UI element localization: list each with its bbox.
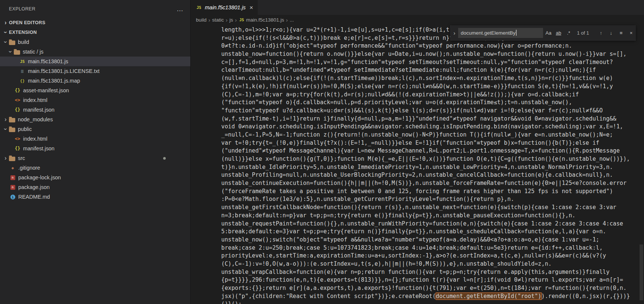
tree-folder-static-js[interactable]: ›static / js bbox=[0, 47, 190, 57]
tree-item-label: index.html bbox=[23, 97, 47, 103]
breadcrumb-item--[interactable]: ... bbox=[290, 17, 294, 23]
tree-folder-node-modules[interactable]: ›node_modules bbox=[0, 115, 190, 124]
section-label: EXTENSION bbox=[9, 30, 37, 35]
tree-item-label: public bbox=[18, 126, 32, 132]
tree-item-label: .gitignore bbox=[18, 165, 40, 171]
whole-word-button[interactable]: ab bbox=[554, 28, 563, 38]
breadcrumb-item-main-f5c13801-js[interactable]: JSmain.f5c13801.js bbox=[239, 17, 284, 23]
tree-item-label: main.f5c13801.js.LICENSE.txt bbox=[28, 68, 99, 74]
code-line: c=[],f=1,d=null,p=3,m=!1,h=!1,v=!1,g="fu… bbox=[221, 58, 639, 67]
code-line: unstable_continueExecution=function(){h|… bbox=[221, 179, 639, 188]
tree-file-main-f5c13801-js-map[interactable]: {}main.f5c13801.js.map bbox=[0, 76, 190, 86]
breadcrumb-separator-icon: › bbox=[226, 17, 228, 23]
breadcrumb-separator-icon: › bbox=[286, 17, 288, 23]
code-line: break;case 2:u=250;break;case 5:u=107374… bbox=[221, 244, 639, 252]
code-line: unstable_wrapCallback=function(e){var n=… bbox=[221, 268, 639, 276]
tree-item-label: manifest.json bbox=[23, 145, 54, 151]
tree-file-package-lock-json[interactable]: npackage-lock.json bbox=[0, 173, 190, 182]
close-find-button[interactable]: × bbox=[626, 28, 636, 38]
tree-file-main-f5c13801-js[interactable]: JSmain.f5c13801.js bbox=[0, 57, 190, 66]
folder-icon bbox=[9, 41, 15, 45]
explorer-title: EXPLORER bbox=[9, 6, 35, 12]
code-line: _=null,C=-1,P=5,N=-1;function z(){return… bbox=[221, 131, 639, 139]
scrollbar-thumb[interactable] bbox=[640, 244, 643, 300]
code-line: {p=t}}}},296:function(e,n,t){e.exports=t… bbox=[221, 276, 639, 284]
tree-file-manifest-json[interactable]: {}manifest.json bbox=[0, 144, 190, 153]
breadcrumb-label: js bbox=[229, 17, 233, 23]
breadcrumb-separator-icon: › bbox=[235, 17, 237, 23]
previous-match-button[interactable]: ↑ bbox=[596, 28, 606, 38]
code-line: (w,f.startTime-t),i=!1}return i}finally{… bbox=[221, 115, 639, 123]
code-line: (null≡n.callback)l(c);else{if(!(n.startT… bbox=[221, 74, 639, 83]
find-input[interactable]: document.getElementBy bbox=[458, 28, 543, 38]
info-file-icon: i bbox=[9, 193, 16, 201]
npm-file-icon: n bbox=[9, 174, 16, 181]
code-area[interactable]: length,o=l>>>1;r<o;){var u=2*(r+1)-1,i=e… bbox=[191, 25, 639, 304]
code-line: :P=0<e?Math.floor(1e3/e):5},n.unstable_g… bbox=[221, 195, 639, 204]
code-line: ("function"≡typeof o){d.callback=null,p=… bbox=[221, 99, 639, 107]
html-file-icon: <> bbox=[14, 135, 21, 143]
html-file-icon: <> bbox=[14, 96, 21, 104]
folder-icon bbox=[14, 50, 20, 55]
tree-file-readme-md[interactable]: iREADME.md bbox=[0, 192, 190, 202]
tree-item-label: main.f5c13801.js bbox=[28, 58, 68, 64]
close-icon[interactable]: × bbox=[250, 4, 253, 11]
code-line: t)}n.unstable_IdlePriority=5,n.unstable_… bbox=[221, 163, 639, 172]
tree-folder-src[interactable]: ›src bbox=[0, 153, 190, 163]
json-file-icon: {} bbox=[14, 106, 21, 113]
tree-item-label: package.json bbox=[18, 184, 50, 190]
tree-file-manifest-json[interactable]: {}manifest.json bbox=[0, 105, 190, 115]
code-line: ("forceFrameRate takes a positive int be… bbox=[221, 188, 639, 196]
code-line: 0≠t?t:e.id-n.id}if("object"≡typeof perfo… bbox=[221, 42, 639, 50]
code-line: (null)}}else x=function(){g(T,0)};functi… bbox=[221, 155, 639, 163]
code-line: 5:break;default:e=3}var t=p;p=e;try{retu… bbox=[221, 228, 639, 236]
explorer-sidebar: EXPLORER … › OPEN EDITORS › EXTENSION ›b… bbox=[0, 0, 190, 304]
find-query-text: document.getElementBy bbox=[461, 30, 515, 36]
tree-item-label: main.f5c13801.js.map bbox=[28, 78, 80, 84]
tree-file-asset-manifest-json[interactable]: {}asset-manifest.json bbox=[0, 86, 190, 95]
editor-scrollbar[interactable] bbox=[639, 25, 644, 304]
code-line: unstable_now();switch("object"≡typeof a&… bbox=[221, 236, 639, 244]
breadcrumb-item-static[interactable]: static bbox=[212, 17, 224, 23]
tree-item-label: package-lock.json bbox=[18, 175, 61, 180]
breadcrumb-item-js[interactable]: js bbox=[229, 17, 233, 23]
code-line: ("undefined"≠typeof MessageChannel){var … bbox=[221, 147, 639, 155]
code-line: unstable_getFirstCallbackNode=function()… bbox=[221, 204, 639, 212]
tree-file-main-f5c13801-js-license-txt[interactable]: ≡main.f5c13801.js.LICENSE.txt bbox=[0, 66, 190, 76]
tab-title: main.f5c13801.js bbox=[205, 4, 246, 10]
breadcrumb: build›static›js›JSmain.f5c13801.js›... bbox=[191, 15, 644, 25]
code-line: unstable_now=function(){return o.now()}}… bbox=[221, 50, 639, 58]
match-case-button[interactable]: Aa bbox=[544, 28, 553, 38]
code-line: void 0≠navigator.scheduling.isInputPendi… bbox=[221, 123, 639, 131]
tree-item-label: index.html bbox=[23, 136, 47, 142]
breadcrumb-label: build bbox=[196, 17, 207, 23]
chevron-down-icon: › bbox=[3, 126, 9, 132]
code-line: (C),C=-1):v=!0,O(w,a-o))):(e.sortIndex=u… bbox=[221, 260, 639, 268]
tree-folder-build[interactable]: ›build bbox=[0, 37, 190, 47]
vscode-window: EXPLORER … › OPEN EDITORS › EXTENSION ›b… bbox=[0, 0, 644, 304]
tree-folder-public[interactable]: ›public bbox=[0, 124, 190, 134]
toggle-replace-chevron-icon[interactable]: › bbox=[451, 30, 458, 36]
tree-file-index-html[interactable]: <>index.html bbox=[0, 95, 190, 105]
tab-main-f5c13801-js[interactable]: JS main.f5c13801.js × bbox=[191, 0, 258, 15]
code-line: clearTimeout:null,b="undefined"≠typeof s… bbox=[221, 66, 639, 74]
tree-item-label: manifest.json bbox=[23, 107, 54, 113]
chevron-down-icon: › bbox=[3, 29, 9, 36]
regex-button[interactable]: .* bbox=[564, 28, 573, 38]
section-label: OPEN EDITORS bbox=[9, 20, 45, 25]
section-open-editors[interactable]: › OPEN EDITORS bbox=[0, 18, 190, 28]
breadcrumb-item-build[interactable]: build bbox=[196, 17, 207, 23]
find-in-selection-button[interactable]: ≡ bbox=[616, 28, 626, 38]
tree-file-index-html[interactable]: <>index.html bbox=[0, 134, 190, 144]
js-file-icon: JS bbox=[239, 17, 245, 23]
breadcrumb-label: ... bbox=[290, 17, 294, 23]
chevron-down-icon: › bbox=[3, 39, 9, 45]
code-line: jsx)("p",{children:"React with Content s… bbox=[221, 292, 639, 301]
code-line: "function"≡typeof u?d.callback=u:d≡r(s)&… bbox=[221, 107, 639, 115]
next-match-button[interactable]: ↓ bbox=[606, 28, 616, 38]
tree-item-label: src bbox=[18, 155, 25, 161]
chevron-right-icon: › bbox=[2, 116, 9, 122]
tree-file-package-json[interactable]: npackage.json bbox=[0, 182, 190, 192]
section-extension[interactable]: › EXTENSION bbox=[0, 28, 190, 37]
tree-file-gitignore[interactable]: ◆.gitignore bbox=[0, 163, 190, 173]
